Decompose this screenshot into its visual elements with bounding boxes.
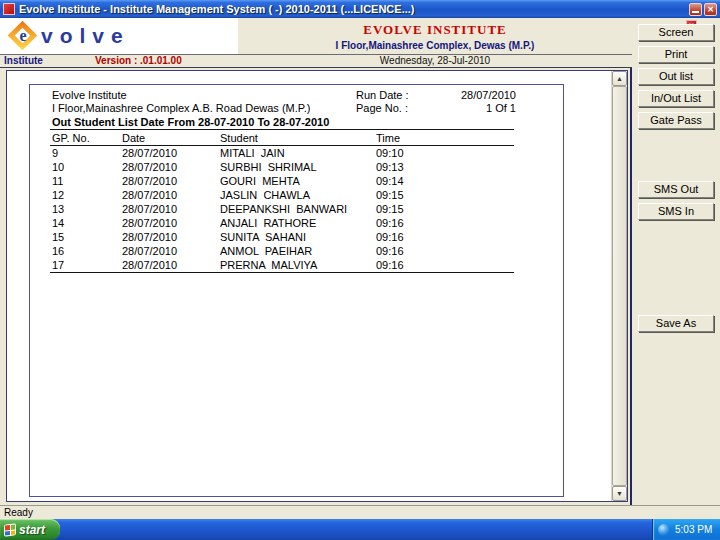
application-window: Evolve Institute - Institute Management … [0, 0, 720, 540]
table-cell: 9 [52, 147, 122, 159]
status-bar: Ready [0, 505, 720, 519]
window-title: Evolve Institute - Institute Management … [19, 3, 687, 15]
logo-wordmark: volve [41, 24, 130, 48]
title-bar: Evolve Institute - Institute Management … [0, 0, 720, 18]
table-cell: 28/07/2010 [122, 217, 220, 229]
table-cell: 15 [52, 231, 122, 243]
scroll-up-icon[interactable]: ▲ [612, 71, 627, 86]
app-header: e volve EVOLVE INSTITUTE I Floor,Mainash… [0, 18, 632, 55]
table-cell: 17 [52, 259, 122, 271]
table-cell: ANMOL PAEIHAR [220, 245, 376, 257]
page-number-value: 1 Of 1 [386, 102, 516, 114]
table-cell: 28/07/2010 [122, 259, 220, 271]
report-table: GP. No. Date Student Time 928/07/2010MIT… [30, 129, 563, 273]
workspace: Evolve Institute I Floor,Mainashree Comp… [0, 68, 632, 505]
vertical-scrollbar[interactable]: ▲ ▼ [611, 71, 627, 501]
logo-letter-e: e [8, 25, 38, 47]
scrollbar-thumb[interactable] [612, 86, 627, 486]
table-cell: 09:16 [376, 217, 456, 229]
file-actions-group: Save As [638, 315, 714, 337]
start-button-label: start [19, 523, 45, 537]
out-list-button[interactable]: Out list [638, 68, 714, 85]
table-cell: DEEPANKSHI BANWARI [220, 203, 376, 215]
save-as-button[interactable]: Save As [638, 315, 714, 332]
main-column: e volve EVOLVE INSTITUTE I Floor,Mainash… [0, 18, 632, 505]
logo-diamond-icon: e [8, 21, 38, 51]
column-header: Student [220, 132, 376, 144]
table-cell: ANJALI RATHORE [220, 217, 376, 229]
table-divider [50, 272, 514, 273]
close-button[interactable]: ✕ [704, 3, 717, 16]
run-date-value: 28/07/2010 [386, 89, 516, 101]
table-cell: 09:13 [376, 161, 456, 173]
column-header: Time [376, 132, 456, 144]
table-cell: 11 [52, 175, 122, 187]
windows-flag-icon [4, 523, 16, 536]
taskbar-spacer [60, 519, 652, 540]
table-cell: 28/07/2010 [122, 189, 220, 201]
column-header: GP. No. [52, 132, 122, 144]
table-cell: JASLIN CHAWLA [220, 189, 376, 201]
report-table-body: 928/07/2010MITALI JAIN09:101028/07/2010S… [30, 146, 563, 272]
table-row: 1628/07/2010ANMOL PAEIHAR09:16 [30, 244, 563, 258]
report-institute: Evolve Institute [52, 89, 127, 101]
table-row: 1728/07/2010PRERNA MALVIYA09:16 [30, 258, 563, 272]
report-actions-group: Screen Print Out list In/Out List Gate P… [638, 24, 714, 134]
sms-actions-group: SMS Out SMS In [638, 181, 714, 225]
minimize-button[interactable] [689, 3, 702, 16]
report-address: I Floor,Mainashree Complex A.B. Road Dew… [52, 102, 310, 114]
table-cell: 09:15 [376, 203, 456, 215]
tray-status-icon[interactable] [658, 524, 670, 536]
report-viewer-panel: Evolve Institute I Floor,Mainashree Comp… [6, 70, 628, 502]
table-cell: 28/07/2010 [122, 147, 220, 159]
taskbar: start 5:03 PM [0, 519, 720, 540]
screen-button[interactable]: Screen [638, 24, 714, 41]
table-header-row: GP. No. Date Student Time [30, 130, 563, 145]
scroll-down-icon[interactable]: ▼ [612, 486, 627, 501]
table-row: 1328/07/2010DEEPANKSHI BANWARI09:15 [30, 202, 563, 216]
table-cell: 09:16 [376, 259, 456, 271]
table-row: 1128/07/2010GOURI MEHTA09:14 [30, 174, 563, 188]
sms-in-button[interactable]: SMS In [638, 203, 714, 220]
table-cell: 28/07/2010 [122, 231, 220, 243]
app-icon [3, 3, 15, 15]
table-cell: 10 [52, 161, 122, 173]
table-cell: 28/07/2010 [122, 175, 220, 187]
table-row: 928/07/2010MITALI JAIN09:10 [30, 146, 563, 160]
gate-pass-button[interactable]: Gate Pass [638, 112, 714, 129]
table-row: 1528/07/2010SUNITA SAHANI09:16 [30, 230, 563, 244]
institute-block: EVOLVE INSTITUTE I Floor,Mainashree Comp… [238, 18, 632, 54]
report-title: Out Student List Date From 28-07-2010 To… [52, 116, 329, 128]
table-row: 1028/07/2010SURBHI SHRIMAL09:13 [30, 160, 563, 174]
status-text: Ready [4, 507, 33, 518]
institute-address: I Floor,Mainashree Complex, Dewas (M.P.) [238, 40, 632, 51]
system-tray: 5:03 PM [652, 519, 720, 540]
sidebar: ✕ Screen Print Out list In/Out List Gate… [632, 18, 720, 505]
institute-name: EVOLVE INSTITUTE [238, 22, 632, 38]
table-cell: SURBHI SHRIMAL [220, 161, 376, 173]
evolve-logo: e volve [0, 18, 238, 54]
print-button[interactable]: Print [638, 46, 714, 63]
table-cell: MITALI JAIN [220, 147, 376, 159]
table-cell: 09:16 [376, 231, 456, 243]
start-button[interactable]: start [0, 519, 60, 540]
minimize-icon [692, 11, 699, 13]
table-cell: GOURI MEHTA [220, 175, 376, 187]
table-cell: PRERNA MALVIYA [220, 259, 376, 271]
table-cell: 28/07/2010 [122, 161, 220, 173]
table-cell: 12 [52, 189, 122, 201]
sms-out-button[interactable]: SMS Out [638, 181, 714, 198]
table-row: 1428/07/2010ANJALI RATHORE09:16 [30, 216, 563, 230]
table-row: 1228/07/2010JASLIN CHAWLA09:15 [30, 188, 563, 202]
version-label: Version : .01.01.00 [95, 55, 182, 67]
table-cell: 16 [52, 245, 122, 257]
in-out-list-button[interactable]: In/Out List [638, 90, 714, 107]
table-cell: 28/07/2010 [122, 245, 220, 257]
table-cell: 09:15 [376, 189, 456, 201]
table-cell: 09:16 [376, 245, 456, 257]
table-cell: 28/07/2010 [122, 203, 220, 215]
table-cell: 09:14 [376, 175, 456, 187]
table-cell: SUNITA SAHANI [220, 231, 376, 243]
clock: 5:03 PM [675, 524, 712, 535]
app-body: e volve EVOLVE INSTITUTE I Floor,Mainash… [0, 18, 720, 505]
